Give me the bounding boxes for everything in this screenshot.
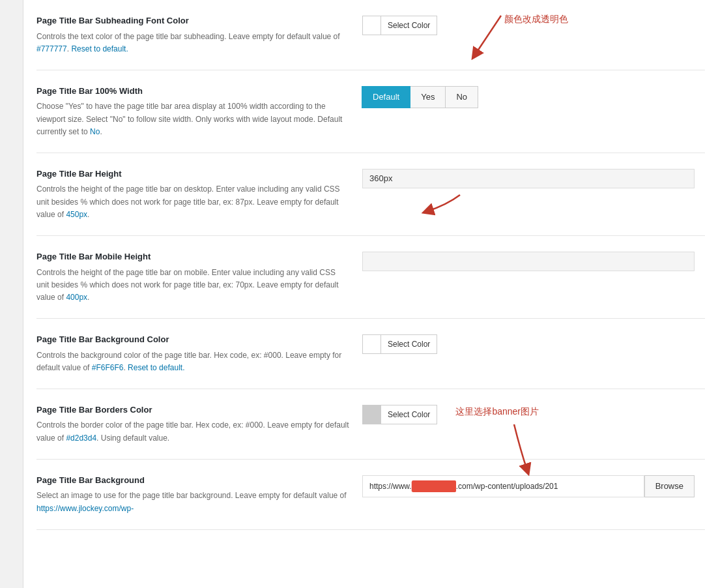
- row-desc-borders-color: Controls the border color of the page ti…: [36, 419, 349, 444]
- control-col-full-width: Default Yes No: [362, 85, 705, 108]
- control-col-subheading: Select Color 颜色改成透明色: [362, 14, 705, 35]
- link-777777[interactable]: #777777: [36, 44, 67, 53]
- row-title-mobile-height: Page Title Bar Mobile Height: [36, 250, 349, 263]
- link-reset-bg[interactable]: Reset to default.: [128, 363, 184, 372]
- link-400px[interactable]: 400px: [66, 293, 87, 302]
- color-swatch-subheading: [363, 16, 381, 35]
- row-mobile-height: Page Title Bar Mobile Height Controls th…: [36, 236, 705, 319]
- row-desc-bg-color: Controls the background color of the pag…: [36, 349, 349, 374]
- height-input-wrapper: [362, 169, 705, 188]
- row-desc-subheading: Controls the text color of the page titl…: [36, 31, 349, 55]
- annotation-text-6: 这里选择banner图片: [455, 405, 539, 419]
- color-btn-label-bg: Select Color: [381, 340, 437, 349]
- row-desc-background-image: Select an image to use for the page titl…: [36, 490, 349, 514]
- control-col-mobile-height: [362, 250, 705, 271]
- color-select-btn-subheading[interactable]: Select Color: [362, 16, 437, 35]
- row-bar-height: Page Title Bar Height Controls the heigh…: [36, 153, 705, 236]
- control-col-borders-color: Select Color 这里选择banner图片: [362, 404, 705, 424]
- color-select-btn-bg[interactable]: Select Color: [362, 334, 437, 354]
- row-title-bg-color: Page Title Bar Background Color: [36, 333, 349, 346]
- url-input-row: https://www.████████.com/wp-content/uplo…: [362, 475, 695, 497]
- label-col-full-width: Page Title Bar 100% Width Choose "Yes" t…: [36, 85, 349, 138]
- label-col-background-image: Page Title Bar Background Select an imag…: [36, 474, 349, 515]
- link-reset-subheading[interactable]: Reset to default.: [71, 44, 128, 53]
- mobile-height-input[interactable]: [362, 252, 695, 271]
- row-full-width: Page Title Bar 100% Width Choose "Yes" t…: [36, 70, 705, 153]
- browse-button[interactable]: Browse: [644, 475, 695, 497]
- link-d2d3d4[interactable]: #d2d3d4: [66, 434, 96, 443]
- row-desc-bar-height: Controls the height of the page title ba…: [36, 183, 349, 221]
- link-jlockey[interactable]: https://www.jlockey.com/wp-: [36, 504, 134, 513]
- label-col-bg-color: Page Title Bar Background Color Controls…: [36, 333, 349, 374]
- toggle-yes[interactable]: Yes: [410, 86, 446, 108]
- main-content: Page Title Bar Subheading Font Color Con…: [23, 0, 718, 588]
- color-select-btn-borders[interactable]: Select Color: [362, 405, 437, 424]
- row-background-image: Page Title Bar Background Select an imag…: [36, 460, 705, 530]
- link-no-default[interactable]: No: [90, 127, 100, 136]
- color-btn-label-subheading: Select Color: [381, 21, 437, 30]
- row-title-subheading: Page Title Bar Subheading Font Color: [36, 14, 349, 27]
- toggle-group-width: Default Yes No: [362, 86, 478, 108]
- link-f6f6f6[interactable]: #F6F6F6: [92, 363, 124, 372]
- label-col-mobile-height: Page Title Bar Mobile Height Controls th…: [36, 250, 349, 304]
- control-col-bg-color: Select Color: [362, 333, 705, 354]
- label-col-bar-height: Page Title Bar Height Controls the heigh…: [36, 168, 349, 221]
- toggle-default[interactable]: Default: [362, 86, 410, 108]
- control-col-bar-height: [362, 168, 705, 188]
- sidebar: [0, 0, 23, 588]
- row-desc-mobile-height: Controls the height of the page title ba…: [36, 267, 349, 304]
- bar-height-input[interactable]: [362, 169, 695, 188]
- control-col-background-image: https://www.████████.com/wp-content/uplo…: [362, 474, 705, 497]
- row-title-background-image: Page Title Bar Background: [36, 474, 349, 487]
- label-col-borders-color: Page Title Bar Borders Color Controls th…: [36, 404, 349, 445]
- row-subheading-font-color: Page Title Bar Subheading Font Color Con…: [36, 0, 705, 70]
- color-btn-label-borders: Select Color: [381, 410, 437, 419]
- row-title-bar-height: Page Title Bar Height: [36, 168, 349, 181]
- annotation-text-1: 颜色改成透明色: [504, 12, 568, 26]
- label-col-subheading: Page Title Bar Subheading Font Color Con…: [36, 14, 349, 55]
- arrow-svg-6: [508, 418, 560, 477]
- toggle-no[interactable]: No: [445, 86, 478, 108]
- arrow-svg-3: [414, 188, 467, 221]
- row-borders-color: Page Title Bar Borders Color Controls th…: [36, 389, 705, 460]
- row-title-borders-color: Page Title Bar Borders Color: [36, 404, 349, 417]
- link-450px[interactable]: 450px: [66, 210, 87, 219]
- color-swatch-borders: [363, 405, 381, 424]
- color-swatch-bg: [363, 335, 381, 353]
- row-desc-full-width: Choose "Yes" to have the page title bar …: [36, 100, 349, 138]
- row-bg-color: Page Title Bar Background Color Controls…: [36, 319, 705, 389]
- row-title-full-width: Page Title Bar 100% Width: [36, 85, 349, 98]
